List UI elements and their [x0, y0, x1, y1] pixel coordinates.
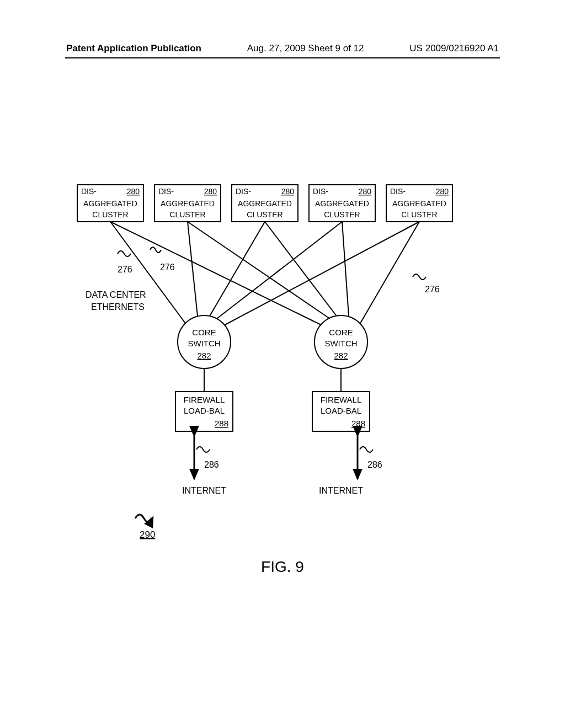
cluster-ref: 280 — [436, 187, 449, 196]
ref290-squiggle — [135, 515, 153, 522]
ref290: 290 — [140, 529, 155, 540]
cluster-line2: AGGREGATED — [161, 199, 215, 208]
ref286-left: 286 — [204, 460, 219, 469]
cluster-line3: CLUSTER — [169, 210, 205, 219]
cluster-box: DIS- 280 AGGREGATED CLUSTER — [309, 185, 375, 222]
figure-caption: FIG. 9 — [0, 558, 565, 576]
ref286-squiggles — [196, 447, 373, 452]
firewall-left: FIREWALL LOAD-BAL 288 — [175, 392, 233, 431]
cluster-box: DIS- 280 AGGREGATED CLUSTER — [77, 185, 143, 222]
firewall-ref: 288 — [351, 419, 365, 428]
core-switch-right: CORE SWITCH 282 — [315, 315, 367, 368]
diagram-svg: DIS- 280 AGGREGATED CLUSTER DIS- 280 AGG… — [0, 0, 565, 728]
clusters: DIS- 280 AGGREGATED CLUSTER DIS- 280 AGG… — [77, 185, 452, 222]
core-switch-left: CORE SWITCH 282 — [178, 315, 231, 368]
firewall-ref: 288 — [215, 419, 228, 428]
ref276-right: 276 — [425, 285, 440, 294]
coreswitch-l2: SWITCH — [324, 339, 357, 348]
cluster-line3: CLUSTER — [247, 210, 282, 219]
cluster-ref: 280 — [204, 187, 217, 196]
cluster-box: DIS- 280 AGGREGATED CLUSTER — [232, 185, 298, 222]
svg-line-5 — [265, 222, 337, 316]
cluster-line1: DIS- — [81, 187, 97, 196]
ref276-mid: 276 — [160, 263, 175, 272]
cluster-line2: AGGREGATED — [83, 199, 137, 208]
firewall-l2: LOAD-BAL — [321, 406, 361, 415]
firewall-l1: FIREWALL — [184, 395, 225, 404]
internet-right: INTERNET — [319, 486, 363, 495]
cluster-ref: 280 — [359, 187, 372, 196]
svg-line-8 — [221, 222, 419, 327]
dce-label-2: ETHERNETS — [91, 302, 145, 312]
ref276-left: 276 — [118, 265, 132, 274]
cluster-box: DIS- 280 AGGREGATED CLUSTER — [386, 185, 452, 222]
internet-left: INTERNET — [182, 486, 226, 495]
cluster-ref: 280 — [281, 187, 295, 196]
cluster-line3: CLUSTER — [401, 210, 437, 219]
svg-line-2 — [188, 222, 198, 316]
coreswitch-ref: 282 — [334, 351, 348, 360]
coreswitch-l1: CORE — [329, 328, 353, 337]
cluster-line2: AGGREGATED — [238, 199, 292, 208]
cluster-ref: 280 — [127, 187, 140, 196]
coreswitch-ref: 282 — [197, 351, 211, 360]
cluster-line1: DIS- — [236, 187, 251, 196]
firewall-l2: LOAD-BAL — [184, 406, 225, 415]
cluster-line1: DIS- — [158, 187, 174, 196]
cluster-line1: DIS- — [390, 187, 406, 196]
cluster-line3: CLUSTER — [324, 210, 360, 219]
coreswitch-l2: SWITCH — [188, 339, 220, 348]
cluster-box: DIS- 280 AGGREGATED CLUSTER — [154, 185, 221, 222]
cluster-line3: CLUSTER — [92, 210, 128, 219]
coreswitch-l1: CORE — [192, 328, 216, 337]
firewall-right: FIREWALL LOAD-BAL 288 — [312, 392, 370, 431]
svg-line-3 — [188, 222, 332, 320]
cluster-to-core-lines — [110, 222, 419, 327]
dce-label-1: DATA CENTER — [86, 290, 146, 299]
svg-line-6 — [215, 222, 342, 320]
firewall-l1: FIREWALL — [321, 395, 361, 404]
cluster-line2: AGGREGATED — [315, 199, 369, 208]
cluster-line1: DIS- — [313, 187, 328, 196]
svg-line-7 — [342, 222, 349, 316]
ref286-right: 286 — [367, 460, 382, 469]
cluster-line2: AGGREGATED — [392, 199, 446, 208]
